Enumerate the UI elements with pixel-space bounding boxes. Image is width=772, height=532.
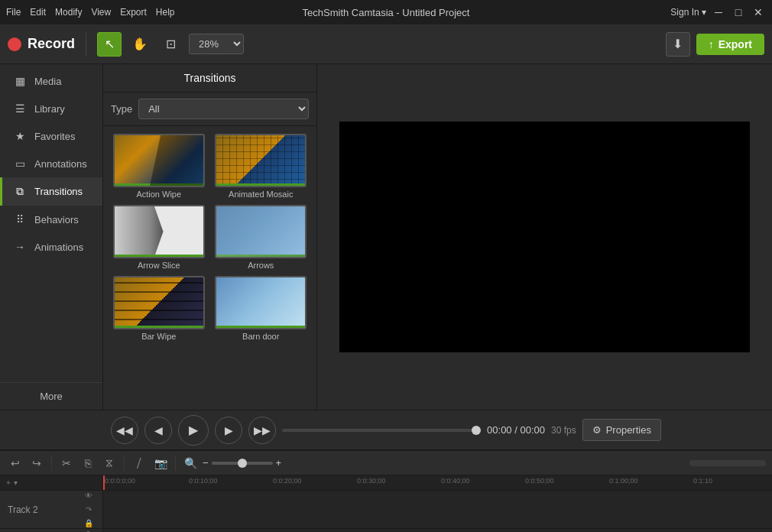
export-icon: ↑: [709, 38, 714, 50]
preview-area: [317, 64, 772, 410]
transitions-icon: ⧉: [13, 185, 27, 198]
step-forward-button[interactable]: ▶: [215, 417, 242, 444]
track-timeline: 0:0:0:0;00 0:0:10;00 0:0:20;00 0:0:30;00…: [103, 475, 772, 532]
annotations-icon: ▭: [13, 157, 27, 170]
cursor-tool[interactable]: ↖: [97, 32, 122, 57]
menu-view[interactable]: View: [91, 7, 111, 18]
maximize-button[interactable]: □: [731, 5, 746, 20]
track-2-lock-button[interactable]: ↷: [83, 504, 95, 516]
action-wipe-thumb: [113, 134, 205, 187]
ruler-mark-5: 0:0:50;00: [524, 475, 554, 485]
fast-forward-button[interactable]: ▶▶: [248, 417, 276, 444]
track-2-label: Track 2: [8, 504, 38, 515]
toolbar-separator-1: [86, 33, 86, 56]
arrows-thumb: [215, 205, 307, 258]
track-area: + ▾ Track 2 👁 ↷ 🔒 Track 1 👁 ↷ 🔒: [0, 475, 772, 532]
add-track-button[interactable]: +: [6, 478, 11, 487]
tl-sep-1: [51, 456, 52, 471]
copy-button[interactable]: ⎘: [79, 454, 97, 472]
sidebar-item-behaviors[interactable]: ⠿ Behaviors: [0, 206, 102, 233]
barn-door-label: Barn door: [242, 332, 279, 341]
close-button[interactable]: ✕: [751, 5, 766, 20]
collapse-tracks-button[interactable]: ▾: [14, 478, 18, 487]
sidebar-item-annotations[interactable]: ▭ Annotations: [0, 150, 102, 177]
sidebar-item-animations[interactable]: → Animations: [0, 233, 102, 261]
favorites-icon: ★: [13, 130, 27, 142]
ruler-mark-1: 0:0:10;00: [187, 475, 218, 485]
filter-select[interactable]: All Basic Advanced: [138, 99, 309, 119]
sidebar-label-behaviors: Behaviors: [34, 214, 79, 225]
ruler-mark-7: 0:1:10: [692, 475, 712, 485]
zoom-in-timeline[interactable]: 🔍: [181, 454, 199, 472]
sidebar-item-library[interactable]: ☰ Library: [0, 95, 102, 122]
undo-button[interactable]: ↩: [6, 454, 24, 472]
animations-icon: →: [13, 241, 27, 253]
track-1-controls: 👁 ↷ 🔒: [83, 528, 95, 533]
sidebar-item-transitions[interactable]: ⧉ Transitions: [0, 177, 102, 206]
minimize-button[interactable]: ─: [711, 5, 726, 20]
tl-sep-3: [175, 456, 176, 471]
transition-arrows[interactable]: Arrows: [212, 203, 311, 271]
track-labels: + ▾ Track 2 👁 ↷ 🔒 Track 1 👁 ↷ 🔒: [0, 475, 103, 532]
ruler-mark-0: 0:0:0:0;00: [103, 475, 135, 485]
menu-file[interactable]: File: [6, 7, 21, 18]
hand-tool[interactable]: ✋: [128, 32, 152, 57]
sidebar-item-favorites[interactable]: ★ Favorites: [0, 122, 102, 150]
snapshot-button[interactable]: 📷: [151, 454, 170, 472]
menu-edit[interactable]: Edit: [30, 7, 46, 18]
crop-tool[interactable]: ⊡: [158, 32, 183, 57]
preview-canvas: [339, 122, 750, 352]
sign-in-button[interactable]: Sign In ▾: [670, 7, 706, 18]
time-display: 00:00 / 00:00: [487, 424, 545, 436]
redo-button[interactable]: ↪: [28, 454, 46, 472]
transition-animated-mosaic[interactable]: Animated Mosaic: [212, 132, 311, 200]
track-row-2: [103, 491, 772, 529]
progress-track[interactable]: [282, 429, 481, 432]
scrollbar-horizontal[interactable]: [689, 460, 766, 466]
title-bar: File Edit Modify View Export Help TechSm…: [0, 0, 772, 24]
rewind-button[interactable]: ◀◀: [111, 417, 138, 444]
export-button[interactable]: ↑ Export: [696, 34, 764, 55]
zoom-slider-thumb: [238, 459, 247, 468]
menu-help[interactable]: Help: [156, 7, 175, 18]
transition-barn-door[interactable]: Barn door: [212, 274, 311, 342]
zoom-select[interactable]: 28% 50% 100%: [189, 34, 244, 54]
sidebar-label-animations: Animations: [34, 242, 83, 253]
thumb-bar: [216, 255, 305, 257]
thumb-bar: [115, 326, 203, 328]
timeline-ruler: 0:0:0:0;00 0:0:10;00 0:0:20;00 0:0:30;00…: [103, 475, 772, 491]
animated-mosaic-label: Animated Mosaic: [229, 190, 293, 199]
step-back-button[interactable]: ◀: [144, 417, 172, 444]
track-1-eye-button[interactable]: 👁: [83, 528, 95, 533]
sidebar-label-transitions: Transitions: [34, 186, 83, 197]
cut-button[interactable]: ✂: [57, 454, 76, 472]
play-button[interactable]: ▶: [178, 415, 209, 446]
track-label-2: Track 2 👁 ↷ 🔒: [0, 491, 102, 529]
sidebar-label-library: Library: [34, 103, 65, 115]
menu-export[interactable]: Export: [120, 7, 147, 18]
menubar: File Edit Modify View Export Help: [6, 7, 175, 18]
split-button[interactable]: ⧸: [130, 454, 148, 472]
playback-bar: ◀◀ ◀ ▶ ▶ ▶▶ 00:00 / 00:00 30 fps ⚙ Prope…: [0, 410, 772, 449]
more-button[interactable]: More: [0, 382, 102, 410]
sidebar-label-annotations: Annotations: [34, 158, 87, 170]
sidebar-label-media: Media: [34, 76, 61, 87]
transition-arrow-slice[interactable]: Arrow Slice: [109, 203, 209, 271]
thumb-bar: [115, 255, 203, 257]
track-2-eye-button[interactable]: 👁: [83, 490, 95, 502]
library-icon: ☰: [13, 102, 27, 115]
menu-modify[interactable]: Modify: [55, 7, 82, 18]
tl-sep-2: [124, 456, 125, 471]
toolbar: Record ↖ ✋ ⊡ 28% 50% 100% ⬇ ↑ Export: [0, 24, 772, 64]
transition-action-wipe[interactable]: Action Wipe: [109, 132, 209, 200]
record-button[interactable]: Record: [8, 36, 75, 52]
zoom-slider[interactable]: [212, 462, 273, 465]
download-button[interactable]: ⬇: [666, 32, 690, 57]
properties-button[interactable]: ⚙ Properties: [582, 419, 661, 441]
thumb-bar: [115, 183, 203, 186]
paste-button[interactable]: ⧖: [100, 454, 118, 472]
export-label: Export: [718, 38, 752, 50]
sidebar-item-media[interactable]: ▦ Media: [0, 67, 102, 95]
transition-bar-wipe[interactable]: Bar Wipe: [109, 274, 209, 342]
track-2-controls: 👁 ↷ 🔒: [83, 490, 95, 530]
